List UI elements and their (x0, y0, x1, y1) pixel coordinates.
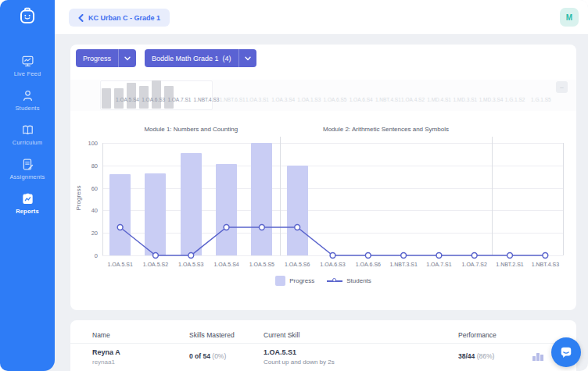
skill-strip-label: 1.OA.7.S1 (167, 97, 193, 102)
x-axis-tick: 1.OA.6.S6 (350, 262, 385, 267)
course-dropdown-label: Boddle Math Grade 1 (152, 55, 219, 62)
x-axis-tick: 1.OA.5.S4 (209, 262, 244, 267)
back-button[interactable]: KC Urban C - Grade 1 (69, 9, 170, 27)
students-data-point (401, 253, 407, 259)
students-data-point (117, 225, 123, 230)
plot-edge-line (563, 143, 564, 255)
student-name-cell[interactable]: Reyna A reynaa1 (92, 348, 120, 366)
legend-bar-swatch-icon (275, 276, 285, 286)
skill-strip-label: 1.MD.3.S4 (479, 97, 505, 102)
sidebar-item-label: Reports (16, 208, 39, 215)
skill-strip-label: 1.G.1.S2 (505, 97, 531, 102)
sidebar-item-label: Assignments (9, 173, 45, 180)
strip-collapse-button[interactable]: – (556, 81, 568, 93)
students-data-point (259, 225, 264, 230)
back-chevron-icon (78, 14, 84, 22)
x-axis-tick: 1.OA.7.S2 (457, 262, 492, 267)
x-axis-tick: 1.OA.5.S3 (174, 262, 209, 267)
y-axis-tick: 60 (77, 185, 98, 192)
x-axis-tick: 1.NBT.3.S1 (385, 262, 421, 267)
progress-report-card: Progress Boddle Math Grade 1 (4) 1.OA.5.… (70, 45, 576, 310)
skill-strip-label: 1.OA.3.S4 (271, 97, 297, 102)
skill-strip-label: 1.OA.6.S5 (324, 97, 350, 102)
students-data-point (471, 253, 477, 259)
performance-cell: 38/44 (86%) (458, 352, 494, 360)
progress-dropdown-label: Progress (76, 55, 118, 62)
students-line (102, 143, 563, 255)
chart-legend: ProgressStudents (70, 276, 576, 286)
skill-strip-bar (102, 88, 111, 109)
legend-label: Students (346, 277, 371, 284)
skill-strip: 1.OA.5.S41.OA.6.S31.OA.7.S11.NBT.4.S31.N… (70, 80, 576, 111)
skill-strip-label: 1.OA.5.S4 (116, 97, 142, 102)
user-avatar[interactable]: M (560, 8, 579, 27)
chevron-down-icon (118, 49, 136, 67)
chevron-down-icon (238, 49, 256, 67)
col-header-name: Name (92, 331, 110, 339)
x-axis-tick: 1.OA.5.S1 (102, 262, 138, 267)
x-axis-tick: 1.OA.6.S3 (315, 262, 350, 267)
chart-plot-area: 020406080100 (102, 143, 563, 255)
sidebar-item-reports[interactable]: Reports (0, 186, 55, 220)
course-dropdown[interactable]: Boddle Math Grade 1 (4) (145, 49, 256, 67)
y-axis-tick: 80 (77, 162, 98, 169)
sidebar: Live Feed Students Curriculum (0, 0, 55, 371)
y-axis-tick: 100 (77, 140, 98, 147)
boddle-logo-icon[interactable] (17, 5, 38, 26)
sidebar-item-label: Curriculum (13, 139, 42, 146)
students-data-point (295, 225, 300, 230)
students-table: Name Skills Mastered Current Skill Perfo… (70, 320, 576, 371)
strip-collapse-label: – (560, 84, 563, 91)
sidebar-item-assignments[interactable]: Assignments (0, 152, 55, 186)
skill-strip-bars (102, 80, 174, 109)
sidebar-item-live-feed[interactable]: Live Feed (0, 48, 55, 83)
y-axis-label: Progress (75, 142, 82, 255)
sidebar-item-label: Live Feed (14, 70, 41, 77)
chat-icon (558, 344, 574, 360)
progress-dropdown[interactable]: Progress (76, 49, 136, 67)
legend-item-progress: Progress (275, 276, 314, 286)
skill-strip-label: 1.NBT.6.S1 (220, 97, 246, 102)
top-header: KC Urban C - Grade 1 M (55, 0, 588, 35)
avatar-initial: M (566, 13, 572, 22)
current-skill-desc: Count up and down by 2s (264, 359, 335, 366)
col-header-current-skill: Current Skill (264, 331, 299, 339)
reports-icon (21, 192, 34, 205)
skill-strip-label: 1.MD.3.S1 (453, 97, 479, 102)
students-data-point (224, 225, 229, 230)
skill-strip-label: 1.OA.6.S3 (142, 97, 167, 102)
student-name: Reyna A (92, 348, 120, 356)
students-data-point (507, 253, 513, 259)
skill-strip-label: 1.OA.6.S4 (350, 97, 375, 102)
y-axis-tick: 0 (77, 252, 98, 259)
y-axis-tick: 20 (77, 230, 98, 237)
x-axis-tick: 1.OA.7.S1 (421, 262, 457, 267)
chat-bubble-button[interactable] (551, 337, 581, 367)
course-dropdown-count: (4) (223, 55, 231, 62)
skill-strip-label: 1.OA.1.S3 (297, 97, 323, 102)
live-feed-icon (21, 55, 34, 68)
skill-strip-label: 1.OA.4.S2 (401, 97, 427, 102)
current-skill-code: 1.OA.5.S1 (264, 348, 335, 356)
students-data-point (153, 253, 159, 259)
x-axis-tick: 1.OA.5.S6 (280, 262, 315, 267)
x-axis-tick: 1.NBT.2.S1 (492, 262, 527, 267)
module-title: Module 2: Arithmetic Sentences and Symbo… (323, 126, 449, 133)
col-header-skills-mastered: Skills Mastered (189, 331, 235, 339)
legend-line-swatch-icon (327, 277, 342, 285)
student-report-chart-icon[interactable] (532, 353, 543, 361)
students-icon (21, 89, 34, 102)
x-axis-tick: 1.NBT.4.S3 (528, 262, 563, 267)
skill-strip-label: 1.OA.3.S1 (246, 97, 271, 102)
sidebar-nav: Live Feed Students Curriculum (0, 48, 55, 220)
x-axis-tick: 1.OA.5.S2 (138, 262, 173, 267)
student-username: reynaa1 (92, 359, 120, 366)
y-axis-tick: 40 (77, 207, 98, 214)
skill-strip-label: 1.NBT.4.S1 (375, 97, 401, 102)
students-data-point (543, 253, 548, 259)
col-header-performance: Performance (458, 331, 497, 339)
skill-strip-label: 1.NBT.4.S3 (194, 97, 220, 102)
sidebar-item-students[interactable]: Students (0, 83, 55, 117)
legend-item-students: Students (327, 277, 371, 285)
sidebar-item-curriculum[interactable]: Curriculum (0, 117, 55, 152)
